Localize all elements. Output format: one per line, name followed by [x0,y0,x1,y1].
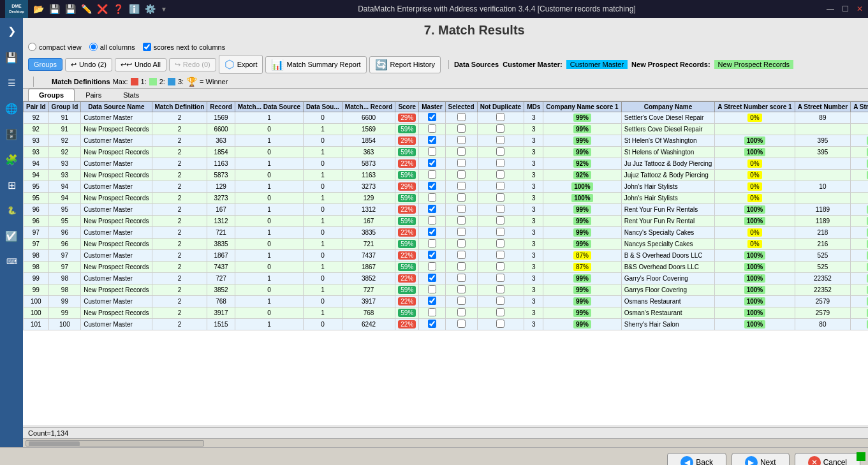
cell-selected[interactable] [445,273,477,284]
cell-selected[interactable] [445,135,477,147]
maximize-button[interactable]: ☐ [842,4,849,13]
col-asn[interactable]: A Street Number [795,102,851,112]
cell-master[interactable] [419,284,445,296]
cell-master[interactable] [419,193,445,204]
cell-not-dup[interactable] [477,319,524,330]
cell-not-dup[interactable] [477,193,524,204]
cell-not-dup[interactable] [477,204,524,216]
cell-selected[interactable] [445,307,477,319]
col-score[interactable]: Score [395,102,419,112]
col-pair-id[interactable]: Pair Id [24,102,49,112]
cell-not-dup[interactable] [477,170,524,181]
cell-not-dup[interactable] [477,284,524,296]
tab-stats[interactable]: Stats [112,89,150,101]
groups-tab[interactable]: Groups [28,58,63,71]
col-selected[interactable]: Selected [445,102,477,112]
close-button[interactable]: ✕ [857,4,863,13]
cell-master[interactable] [419,181,445,193]
sidebar-icon-save[interactable]: 💾 [0,46,23,69]
toolbar-icon-open[interactable]: 📂 [33,4,44,14]
sidebar-expand-button[interactable]: ❯ [0,23,23,38]
cell-selected[interactable] [445,262,477,273]
cell-master[interactable] [419,135,445,147]
cell-master[interactable] [419,227,445,239]
sidebar-icon-check[interactable]: ☑️ [0,225,23,247]
scrollbar-thumb[interactable] [29,441,80,447]
cell-master[interactable] [419,170,445,181]
col-group-id[interactable]: Group Id [48,102,81,112]
compact-view-option[interactable]: compact view [28,43,82,51]
cell-selected[interactable] [445,147,477,158]
toolbar-icon-dropdown[interactable]: ▼ [161,6,167,13]
cell-master[interactable] [419,147,445,158]
redo-button[interactable]: ↪ Redo (0) [169,58,216,71]
cell-selected[interactable] [445,216,477,227]
sidebar-icon-terminal[interactable]: ⌨ [0,250,23,273]
col-record[interactable]: Record [207,102,235,112]
cell-not-dup[interactable] [477,250,524,262]
cell-not-dup[interactable] [477,147,524,158]
cell-master[interactable] [419,319,445,330]
sidebar-icon-puzzle[interactable]: 🧩 [0,148,23,171]
horizontal-scrollbar[interactable] [26,440,204,447]
col-ds-name[interactable]: Data Source Name [81,102,152,112]
col-match-ds[interactable]: Match... Data Source [235,102,303,112]
toolbar-icon-info[interactable]: ℹ️ [129,4,140,14]
cell-master[interactable] [419,273,445,284]
cell-master[interactable] [419,216,445,227]
cell-selected[interactable] [445,112,477,124]
cell-not-dup[interactable] [477,124,524,135]
cell-selected[interactable] [445,181,477,193]
sidebar-icon-database[interactable]: 🗄️ [0,122,23,145]
cell-not-dup[interactable] [477,307,524,319]
toolbar-icon-save2[interactable]: 💾 [65,4,76,14]
col-data-sou[interactable]: Data Sou... [304,102,342,112]
cell-selected[interactable] [445,193,477,204]
col-company-name[interactable]: Company Name [621,102,715,112]
sidebar-icon-grid[interactable]: ⊞ [0,173,23,196]
cell-selected[interactable] [445,284,477,296]
cell-selected[interactable] [445,124,477,135]
cell-master[interactable] [419,239,445,250]
cell-master[interactable] [419,307,445,319]
report-history-button[interactable]: 🔄 Report History [369,56,441,73]
cell-not-dup[interactable] [477,181,524,193]
cell-not-dup[interactable] [477,112,524,124]
col-match-def[interactable]: Match Definition [152,102,207,112]
col-mds[interactable]: MDs [524,102,543,112]
cell-not-dup[interactable] [477,239,524,250]
undo-all-button[interactable]: ↩↩ Undo All [115,58,166,71]
col-match-record[interactable]: Match... Record [342,102,395,112]
cell-master[interactable] [419,124,445,135]
col-asn-score[interactable]: A Street Number score 1 [715,102,795,112]
col-cn-score[interactable]: Company Name score 1 [543,102,621,112]
toolbar-icon-settings[interactable]: ⚙️ [145,4,156,14]
col-not-dup[interactable]: Not Duplicate [477,102,524,112]
undo-button[interactable]: ↩ Undo (2) [65,58,112,71]
cell-not-dup[interactable] [477,227,524,239]
cell-not-dup[interactable] [477,262,524,273]
cell-selected[interactable] [445,296,477,307]
toolbar-icon-save1[interactable]: 💾 [49,4,60,14]
cell-selected[interactable] [445,227,477,239]
cancel-button[interactable]: ✕ Cancel [795,453,860,465]
cell-selected[interactable] [445,250,477,262]
back-button[interactable]: ◀ Back [667,453,726,465]
cell-selected[interactable] [445,319,477,330]
cell-not-dup[interactable] [477,296,524,307]
cell-master[interactable] [419,158,445,170]
cell-master[interactable] [419,262,445,273]
sidebar-icon-python[interactable]: 🐍 [0,199,23,222]
col-master[interactable]: Master [419,102,445,112]
toolbar-icon-edit[interactable]: ✏️ [81,4,92,14]
minimize-button[interactable]: — [827,4,834,13]
all-columns-option[interactable]: all columns [89,43,135,51]
cell-selected[interactable] [445,170,477,181]
toolbar-icon-close-red[interactable]: ❌ [97,4,108,14]
cell-not-dup[interactable] [477,273,524,284]
col-as-score[interactable]: A Street score 1 [851,102,868,112]
table-container[interactable]: Pair Id Group Id Data Source Name Match … [23,101,868,425]
tab-groups[interactable]: Groups [28,89,75,101]
sidebar-icon-globe[interactable]: 🌐 [0,97,23,120]
cell-not-dup[interactable] [477,158,524,170]
